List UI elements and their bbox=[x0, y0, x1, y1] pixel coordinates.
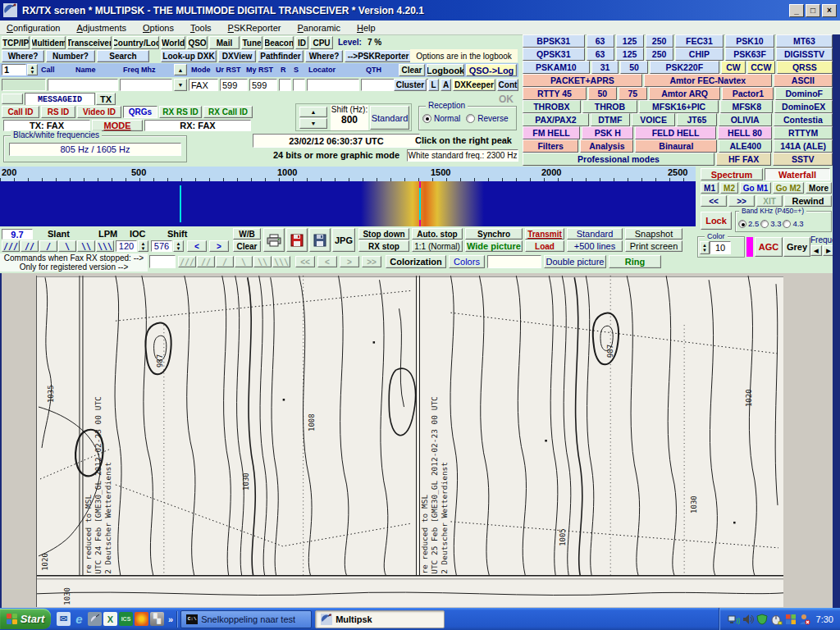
maximize-button[interactable]: □ bbox=[806, 4, 820, 17]
mode-olivia[interactable]: OLIVIA bbox=[719, 113, 772, 126]
wide-picture-button[interactable]: Wide picture bbox=[465, 240, 523, 252]
stopped-slant-2[interactable]: // bbox=[197, 256, 215, 267]
mode-ascii[interactable]: ASCII bbox=[774, 74, 833, 87]
where-button[interactable]: Where? bbox=[2, 50, 44, 62]
call-id-button[interactable]: Call ID bbox=[2, 106, 39, 118]
qrgs-button[interactable]: QRGs bbox=[123, 106, 158, 118]
slant-mid-right-button[interactable]: \\ bbox=[77, 240, 95, 252]
fax-clear-button[interactable]: Clear bbox=[233, 240, 261, 252]
cluster-button[interactable]: Cluster bbox=[394, 79, 427, 91]
s-field[interactable] bbox=[293, 79, 305, 91]
mode-qrss[interactable]: QRSS bbox=[777, 61, 833, 74]
rx-call-id-button[interactable]: RX Call ID bbox=[203, 106, 253, 118]
stopped-slant-3[interactable]: / bbox=[216, 256, 234, 267]
double-picture-button[interactable]: Double picture bbox=[544, 255, 606, 268]
tune-button[interactable]: Tune bbox=[241, 36, 262, 49]
fax-shift-left-button[interactable]: < bbox=[187, 240, 207, 252]
auto-stop-button[interactable]: Auto. stop bbox=[412, 228, 463, 240]
start-button[interactable]: Start bbox=[0, 609, 51, 629]
wb-button[interactable]: W/B bbox=[233, 228, 261, 240]
grey-button[interactable]: Grey bbox=[783, 237, 810, 257]
mode-amtor-fec-navtex[interactable]: Amtor FEC-Navtex bbox=[644, 74, 772, 87]
snapshot-button[interactable]: Snapshot bbox=[625, 228, 682, 240]
name-input[interactable] bbox=[48, 79, 118, 91]
slant-mid-left-button[interactable]: // bbox=[21, 240, 39, 252]
country-loc-button[interactable]: Country/Loc bbox=[113, 36, 159, 49]
qso-button[interactable]: QSO bbox=[187, 36, 208, 49]
load-button[interactable]: Load bbox=[525, 240, 564, 252]
ok-label[interactable]: OK bbox=[499, 94, 514, 105]
fax-shift-right-button[interactable]: > bbox=[209, 240, 229, 252]
professional-modes-button[interactable]: Professional modes bbox=[523, 153, 714, 166]
synchro-button[interactable]: Synchro bbox=[465, 228, 523, 240]
tab-tx[interactable]: TX bbox=[96, 93, 116, 105]
mode-field[interactable]: FAX bbox=[189, 79, 218, 91]
go-m2-button[interactable]: Go M2 bbox=[773, 182, 804, 194]
mode-hf-fax[interactable]: HF FAX bbox=[716, 153, 772, 166]
nav-fast-back-button[interactable]: << bbox=[295, 256, 315, 267]
network-icon[interactable] bbox=[728, 614, 740, 625]
forward-button[interactable]: >> bbox=[728, 195, 755, 207]
multidem-button[interactable]: Multidem bbox=[31, 36, 66, 49]
stop-down-button[interactable]: Stop down bbox=[358, 228, 409, 240]
mode-rtty75[interactable]: 75 bbox=[619, 87, 647, 100]
mode-cw[interactable]: CW bbox=[721, 61, 746, 74]
log-scroll-up[interactable]: ▲ bbox=[174, 64, 187, 75]
logbook-index[interactable]: 1 bbox=[2, 64, 26, 75]
mode-psk10[interactable]: PSK10 bbox=[725, 34, 774, 48]
mode-qpsk31[interactable]: QPSK31 bbox=[523, 48, 585, 61]
ie-icon[interactable]: e bbox=[72, 612, 86, 626]
mode-voice[interactable]: VOICE bbox=[632, 113, 675, 126]
go-m1-button[interactable]: Go M1 bbox=[740, 182, 771, 194]
colors-button[interactable]: Colors bbox=[449, 255, 485, 268]
m2-button[interactable]: M2 bbox=[720, 182, 738, 194]
close-button[interactable]: × bbox=[822, 4, 837, 17]
pskreporter-button[interactable]: -->PSKReporter bbox=[345, 50, 412, 62]
mode-rtty45[interactable]: RTTY 45 bbox=[523, 87, 587, 100]
mode-ccw[interactable]: CCW bbox=[747, 61, 775, 74]
rewind-button[interactable]: Rewind bbox=[784, 195, 832, 207]
a-button[interactable]: A bbox=[441, 79, 451, 91]
volume-icon[interactable] bbox=[742, 614, 754, 625]
lock-button[interactable]: Lock bbox=[701, 212, 732, 230]
menu-help[interactable]: Help bbox=[357, 23, 376, 33]
video-id-button[interactable]: Video ID bbox=[77, 106, 121, 118]
id-button[interactable]: ID bbox=[295, 36, 308, 49]
mode-hell80[interactable]: HELL 80 bbox=[718, 126, 773, 139]
tab-messageid[interactable]: MESSAGEID bbox=[25, 93, 95, 105]
mode-pskam10[interactable]: PSKAM10 bbox=[523, 61, 590, 74]
reception-normal-radio[interactable] bbox=[422, 114, 431, 123]
menu-panoramic[interactable]: Panoramic bbox=[297, 23, 340, 33]
menu-pskreporter[interactable]: PSKReporter bbox=[228, 23, 281, 33]
mode-psk-h[interactable]: PSK H bbox=[582, 126, 633, 139]
index-spinner[interactable]: ▲▼ bbox=[27, 64, 38, 75]
freq-input[interactable] bbox=[120, 79, 172, 91]
stopped-slant-6[interactable]: \\\ bbox=[272, 256, 290, 267]
one-to-one-button[interactable]: 1:1 (Normal) bbox=[412, 240, 463, 252]
stopped-field[interactable] bbox=[149, 255, 176, 268]
print-screen-button[interactable]: Print screen bbox=[625, 240, 682, 252]
rx-stop-button[interactable]: RX stop bbox=[358, 240, 409, 252]
xit-button[interactable]: XIT bbox=[756, 195, 783, 207]
tab-waterfall[interactable]: Waterfall bbox=[765, 168, 830, 180]
windows-security-icon[interactable] bbox=[785, 614, 797, 625]
menu-adjustments[interactable]: Adjustments bbox=[76, 23, 126, 33]
mode-fec31[interactable]: FEC31 bbox=[675, 34, 724, 48]
mode-bpsk125[interactable]: 125 bbox=[616, 34, 644, 48]
stopped-slant-1[interactable]: /// bbox=[178, 256, 196, 267]
nav-fast-fwd-button[interactable]: >> bbox=[362, 256, 381, 267]
dish-icon[interactable] bbox=[88, 612, 102, 626]
frequency-scale[interactable]: 200 500 1000 1500 2000 2500 bbox=[0, 167, 696, 181]
l-button[interactable]: L bbox=[428, 79, 439, 91]
qso-to-log-button[interactable]: QSO->Log bbox=[466, 64, 517, 76]
tcpip-button[interactable]: TCP/IP bbox=[2, 36, 30, 49]
mode-throbx[interactable]: THROBX bbox=[523, 100, 581, 113]
mode-mfsk16-pic[interactable]: MFSK16+PIC bbox=[639, 100, 719, 113]
mode-dtmf[interactable]: DTMF bbox=[591, 113, 630, 126]
stopped-slant-5[interactable]: \\ bbox=[253, 256, 272, 267]
outlook-icon[interactable]: ✉ bbox=[57, 612, 71, 626]
mode-throb[interactable]: THROB bbox=[582, 100, 637, 113]
ring-button[interactable]: Ring bbox=[609, 255, 661, 268]
photo-icon[interactable]: ▚ bbox=[150, 612, 164, 626]
mode-dominof[interactable]: DominoF bbox=[775, 87, 833, 100]
